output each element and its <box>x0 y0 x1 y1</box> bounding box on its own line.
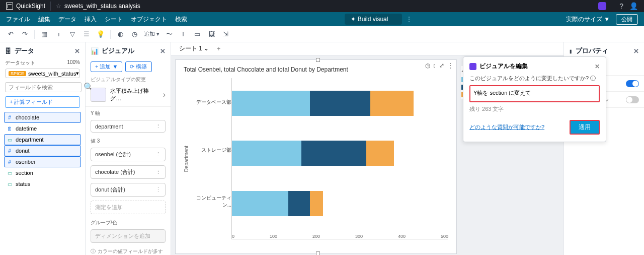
image-icon[interactable]: 🖼 <box>207 30 216 39</box>
chars-remaining: 残り 263 文字 <box>469 105 600 113</box>
info-icon: ⓘ <box>91 248 96 255</box>
field-chocolate[interactable]: #chocolate <box>4 112 81 123</box>
chart-icon[interactable]: ⫾ <box>54 30 63 39</box>
clock-icon[interactable]: ◷ <box>130 30 139 39</box>
field-osenbei[interactable]: #osenbei <box>4 156 81 167</box>
layers-icon[interactable]: ☰ <box>82 30 91 39</box>
add-sheet-icon[interactable]: + <box>217 45 220 52</box>
help-link[interactable]: どのような質問が可能ですか? <box>469 123 544 131</box>
edit-visual-popup: ビジュアルを編集 ✕ このビジュアルをどのように変更したいですか? ⓘ 残り 2… <box>463 56 606 142</box>
star-icon[interactable]: ☆ <box>56 3 61 10</box>
gauge-icon[interactable]: ◐ <box>116 30 125 39</box>
close-icon[interactable]: ✕ <box>74 47 80 55</box>
user-icon[interactable]: 👤 <box>629 2 638 10</box>
bar-chart: Department データベース部 ストレージ部 コンピューティン... 01… <box>184 78 448 239</box>
visual-title: Total Osenbei, total Chocolate and total… <box>184 66 448 73</box>
bulb-icon[interactable]: 💡 <box>96 30 105 39</box>
field-list: #chocolate 🗓datetime ▭department #donut … <box>0 110 85 192</box>
value-label: 値 3 <box>86 135 171 146</box>
value-well-2[interactable]: donut (合計)⋮ <box>91 183 166 197</box>
add-calc-field-button[interactable]: + 計算フィールド <box>5 96 80 108</box>
props-panel-title: プロパティ <box>576 46 608 55</box>
visual-type-label: ビジュアルタイプの変更 <box>86 74 171 85</box>
menu-insert[interactable]: 挿入 <box>85 15 97 24</box>
visual-card[interactable]: ◷ ⫾ ⤢ ⋮ Total Osenbei, total Chocolate a… <box>175 59 457 254</box>
menu-sheet[interactable]: シート <box>105 15 123 24</box>
y-axis-label: Y 軸 <box>86 107 171 118</box>
rect-icon[interactable]: ▭ <box>193 30 202 39</box>
dataset-selector[interactable]: SPICE sweets_with_status ▾ <box>5 69 80 78</box>
y-axis-title: Department <box>184 146 189 172</box>
visual-panel-title: ビジュアル <box>102 46 134 55</box>
visual-type-selector[interactable]: 水平積み上げ棒グ… › <box>86 85 171 107</box>
props-panel-icon: ⫾ <box>569 47 573 55</box>
close-icon[interactable]: ✕ <box>595 63 600 70</box>
expand-icon[interactable]: ⤢ <box>439 62 444 69</box>
analysis-title: sweets_with_status analysis <box>64 3 140 10</box>
amazon-q-icon[interactable] <box>598 2 606 10</box>
field-section[interactable]: ▭section <box>4 167 81 178</box>
export-icon[interactable]: ⇲ <box>221 30 230 39</box>
group-label: グループ/色 <box>86 216 171 227</box>
undo-icon[interactable]: ↶ <box>6 30 15 39</box>
data-panel-title: データ <box>15 46 34 55</box>
prompt-input[interactable] <box>469 85 600 102</box>
sheet-tab-1[interactable]: シート 1 ⌄ <box>175 42 213 55</box>
data-panel: 🗄 データ ✕ データセット 100% SPICE sweets_with_st… <box>0 42 86 255</box>
close-icon[interactable]: ✕ <box>160 47 166 55</box>
menu-object[interactable]: オブジェクト <box>131 15 167 24</box>
gauge-icon[interactable]: ⫾ <box>433 62 436 69</box>
publish-button[interactable]: 公開 <box>616 14 638 25</box>
add-dropdown[interactable]: 追加 ▾ <box>144 30 159 38</box>
title-bar: QuickSight ☆ sweets_with_status analysis… <box>0 0 644 12</box>
help-icon[interactable]: ? <box>619 2 623 10</box>
product-name: QuickSight <box>16 3 45 10</box>
stacked-bar-icon <box>91 88 106 102</box>
spice-badge: SPICE <box>9 71 26 76</box>
grid-icon[interactable]: ▦ <box>40 30 49 39</box>
data-labels-toggle[interactable] <box>626 96 639 103</box>
add-visual-button[interactable]: + 追加 ▼ <box>91 61 122 72</box>
build-visual-chip[interactable]: ⟳ 構築 <box>125 61 151 72</box>
dataset-pct: 100% <box>67 59 80 67</box>
info-icon[interactable]: ⓘ <box>590 75 596 81</box>
value-well-1[interactable]: chocolate (合計)⋮ <box>91 165 166 179</box>
field-department[interactable]: ▭department <box>4 134 81 145</box>
close-icon[interactable]: ✕ <box>633 47 639 55</box>
refresh-icon[interactable]: ◷ <box>425 62 430 69</box>
kebab-icon[interactable]: ⋮ <box>447 62 453 69</box>
field-donut[interactable]: #donut <box>4 145 81 156</box>
main-menu-bar: ファイル 編集 データ 挿入 シート オブジェクト 検索 ✦ Build vis… <box>0 12 644 26</box>
menu-kebab-icon[interactable]: ⋮ <box>406 16 412 23</box>
text-icon[interactable]: T <box>179 30 188 39</box>
dataset-label: データセット <box>5 59 35 67</box>
menu-file[interactable]: ファイル <box>6 15 30 24</box>
quicksight-logo-icon <box>6 3 13 10</box>
value-well-0[interactable]: osenbei (合計)⋮ <box>91 148 166 161</box>
redo-icon[interactable]: ↷ <box>20 30 29 39</box>
legend-toggle[interactable] <box>626 80 639 87</box>
y-axis-well[interactable]: department⋮ <box>91 120 166 133</box>
value-well-add[interactable]: 測定を追加 <box>91 201 166 214</box>
amazon-q-icon <box>469 63 476 70</box>
field-status[interactable]: ▭status <box>4 178 81 189</box>
visual-panel-icon: 📊 <box>91 47 99 55</box>
field-search-input[interactable] <box>5 82 82 92</box>
group-well: ディメンションを追加 <box>91 229 166 243</box>
menu-edit[interactable]: 編集 <box>38 15 50 24</box>
popup-title: ビジュアルを編集 <box>479 62 528 71</box>
visual-panel: 📊 ビジュアル ✕ + 追加 ▼ ⟳ 構築 ビジュアルタイプの変更 水平積み上げ… <box>86 42 171 255</box>
data-panel-icon: 🗄 <box>5 47 12 55</box>
toolbar: ↶ ↷ ▦ ⫾ ▽ ☰ 💡 ◐ ◷ 追加 ▾ 〜 T ▭ 🖼 ⇲ <box>0 26 644 42</box>
menu-search[interactable]: 検索 <box>175 15 187 24</box>
group-note: ⓘカラーの値フィールドが多すぎます <box>86 245 171 255</box>
filter-icon[interactable]: ▽ <box>68 30 77 39</box>
build-visual-button[interactable]: ✦ Build visual <box>345 14 402 25</box>
apply-button[interactable]: 適用 <box>570 120 600 135</box>
field-datetime[interactable]: 🗓datetime <box>4 123 81 134</box>
zoom-dropdown[interactable]: 実際のサイズ ▼ <box>566 15 610 24</box>
menu-data[interactable]: データ <box>58 15 76 24</box>
line-icon[interactable]: 〜 <box>165 30 174 39</box>
